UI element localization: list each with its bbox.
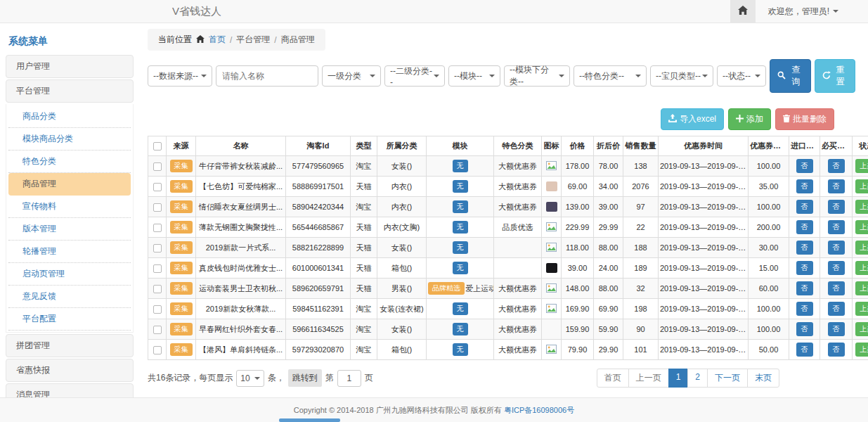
page-button-上一页[interactable]: 上一页 <box>628 369 669 388</box>
status-select[interactable]: --状态-- <box>717 65 766 87</box>
jump-button[interactable]: 跳转到 <box>288 369 322 387</box>
must-buy-toggle[interactable]: 否 <box>828 302 845 316</box>
sidebar-item-9[interactable]: 启动页管理 <box>8 263 131 286</box>
must-buy-toggle[interactable]: 否 <box>828 322 845 336</box>
module-text: 爱上运动 <box>465 283 494 294</box>
name-input[interactable] <box>216 65 318 87</box>
horizontal-scrollbar-thumb[interactable] <box>279 418 340 422</box>
page-button-2[interactable]: 2 <box>687 369 708 388</box>
module-sub-category-select[interactable]: --模块下分类-- <box>504 65 570 87</box>
icon-cell <box>542 279 562 299</box>
row-checkbox[interactable] <box>153 285 162 293</box>
jump-page-input[interactable] <box>337 370 361 387</box>
page-button-首页[interactable]: 首页 <box>597 369 629 388</box>
must-buy-toggle[interactable]: 否 <box>828 200 845 214</box>
module-badge: 无 <box>453 323 468 335</box>
status-toggle[interactable]: 上架 <box>855 281 868 295</box>
status-toggle[interactable]: 上架 <box>855 241 868 255</box>
sidebar-item-11[interactable]: 平台配置 <box>8 308 131 331</box>
reset-button[interactable]: 重置 <box>815 59 856 93</box>
chevron-down-icon <box>755 75 760 77</box>
coupon-amount: 35.00 <box>749 177 789 197</box>
status-toggle[interactable]: 上架 <box>855 302 868 316</box>
sidebar-item-5[interactable]: 商品管理 <box>8 173 131 196</box>
sidebar-item-7[interactable]: 版本管理 <box>8 218 131 241</box>
status-toggle[interactable]: 上架 <box>855 200 868 214</box>
row-checkbox[interactable] <box>153 183 162 191</box>
row-checkbox[interactable] <box>153 326 162 334</box>
user-menu[interactable]: 欢迎您，管理员! <box>756 6 868 18</box>
per-page-select[interactable]: 10 <box>236 370 264 387</box>
feature-category-select[interactable]: --特色分类-- <box>574 65 647 87</box>
row-checkbox[interactable] <box>153 346 162 354</box>
main-content: 当前位置 首页 / 平台管理 / 商品管理 --数据来源--一级分类--二级分类… <box>134 29 868 416</box>
import-optional-toggle[interactable]: 否 <box>796 322 813 336</box>
add-button[interactable]: 添加 <box>728 108 771 130</box>
import-optional-toggle[interactable]: 否 <box>796 302 813 316</box>
must-buy-toggle[interactable]: 否 <box>828 343 845 357</box>
level1-category-select[interactable]: 一级分类 <box>322 65 381 87</box>
status-toggle[interactable]: 上架 <box>855 322 868 336</box>
sidebar-item-4[interactable]: 特色分类 <box>8 151 131 173</box>
status-toggle[interactable]: 上架 <box>855 159 868 173</box>
level2-category-select[interactable]: --二级分类-- <box>384 65 445 87</box>
search-button[interactable]: 查询 <box>770 59 811 93</box>
row-checkbox[interactable] <box>153 244 162 252</box>
page-button-1[interactable]: 1 <box>668 369 689 388</box>
sales-count: 189 <box>623 258 659 279</box>
breadcrumb-prefix: 当前位置 <box>158 34 192 46</box>
sidebar-item-0[interactable]: 用户管理 <box>6 55 134 78</box>
topbar: V省钱达人 欢迎您，管理员! <box>0 0 868 23</box>
must-buy-toggle[interactable]: 否 <box>828 261 845 275</box>
import-optional-toggle[interactable]: 否 <box>796 241 813 255</box>
must-buy-toggle[interactable]: 否 <box>828 220 845 234</box>
icon-cell <box>542 238 562 258</box>
icp-link[interactable]: 粤ICP备16098006号 <box>504 406 574 414</box>
row-checkbox[interactable] <box>153 264 162 273</box>
sidebar-item-3[interactable]: 模块商品分类 <box>8 128 131 151</box>
import-optional-toggle[interactable]: 否 <box>796 179 813 193</box>
must-buy-toggle[interactable]: 否 <box>828 281 845 295</box>
must-buy-toggle[interactable]: 否 <box>828 241 845 255</box>
coupon-amount: 100.00 <box>749 156 789 177</box>
sidebar-item-12[interactable]: 拼团管理 <box>6 334 134 357</box>
sidebar-item-10[interactable]: 意见反馈 <box>8 286 131 308</box>
sidebar-item-8[interactable]: 轮播管理 <box>8 241 131 263</box>
chevron-down-icon <box>434 75 439 77</box>
import-optional-toggle[interactable]: 否 <box>796 220 813 234</box>
row-checkbox[interactable] <box>153 162 162 171</box>
data-source-select[interactable]: --数据来源-- <box>148 65 212 87</box>
records-summary-suffix: 条， <box>268 372 285 384</box>
sidebar-item-13[interactable]: 省惠快报 <box>6 359 134 382</box>
page-button-末页[interactable]: 末页 <box>747 369 779 388</box>
page-button-下一页[interactable]: 下一页 <box>707 369 748 388</box>
must-buy-toggle[interactable]: 否 <box>828 159 845 173</box>
row-checkbox[interactable] <box>153 305 162 314</box>
product-category: 女装() <box>377 238 427 258</box>
discount-price: 88.00 <box>594 279 623 299</box>
status-toggle[interactable]: 上架 <box>855 220 868 234</box>
must-buy-toggle[interactable]: 否 <box>828 179 845 193</box>
import-optional-toggle[interactable]: 否 <box>796 200 813 214</box>
taoke-id: 577479560965 <box>286 156 351 177</box>
import-optional-toggle[interactable]: 否 <box>796 159 813 173</box>
sidebar-item-1[interactable]: 平台管理 <box>6 79 134 103</box>
discount-price: 34.00 <box>594 177 623 197</box>
item-type-select[interactable]: --宝贝类型-- <box>650 65 713 87</box>
home-button[interactable] <box>730 0 756 23</box>
import-excel-button[interactable]: 导入excel <box>661 108 724 130</box>
import-optional-toggle[interactable]: 否 <box>796 261 813 275</box>
import-optional-toggle[interactable]: 否 <box>796 281 813 295</box>
select-all-checkbox[interactable] <box>153 142 162 151</box>
status-toggle[interactable]: 上架 <box>855 179 868 193</box>
status-toggle[interactable]: 上架 <box>855 343 868 357</box>
row-checkbox[interactable] <box>153 203 162 212</box>
sidebar-item-2[interactable]: 商品分类 <box>8 106 131 128</box>
breadcrumb-home-link[interactable]: 首页 <box>209 34 226 46</box>
module-select[interactable]: --模块-- <box>448 65 500 87</box>
status-toggle[interactable]: 上架 <box>855 261 868 275</box>
sidebar-item-6[interactable]: 宣传物料 <box>8 196 131 218</box>
import-optional-toggle[interactable]: 否 <box>796 343 813 357</box>
row-checkbox[interactable] <box>153 224 162 232</box>
batch-delete-button[interactable]: 批量删除 <box>775 108 834 130</box>
